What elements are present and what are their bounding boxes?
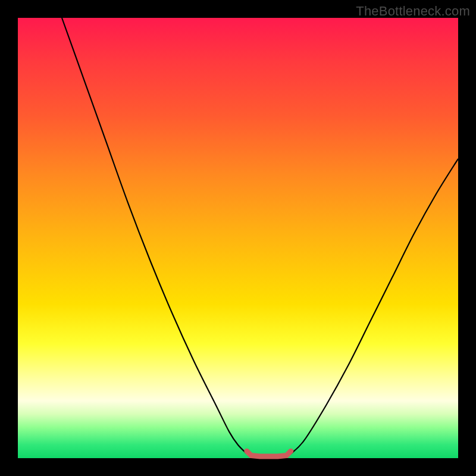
- optimal-zone-marker: [247, 451, 291, 456]
- right-branch-curve: [291, 159, 458, 454]
- chart-frame: TheBottleneck.com: [0, 0, 476, 476]
- curve-layer: [18, 18, 458, 458]
- plot-area: [18, 18, 458, 458]
- watermark-text: TheBottleneck.com: [356, 4, 470, 19]
- left-branch-curve: [62, 18, 247, 454]
